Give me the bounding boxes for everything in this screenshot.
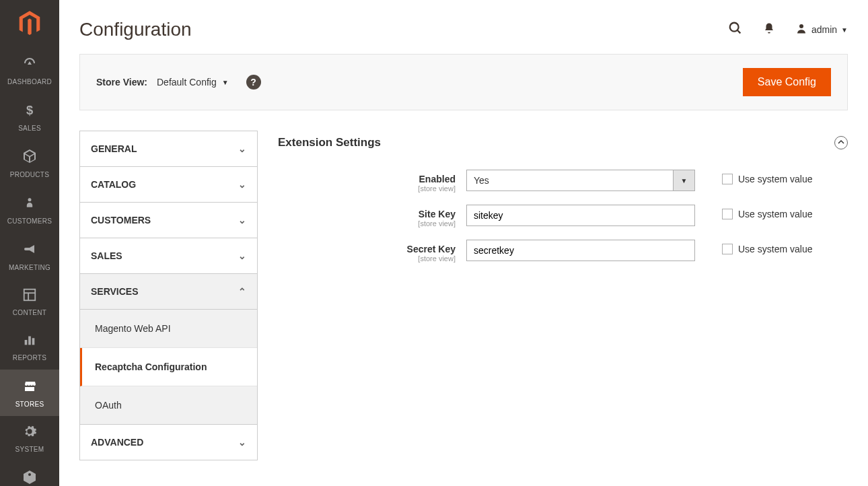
chevron-down-icon: ▼ [674, 170, 695, 191]
nav-customers[interactable]: CUSTOMERS [0, 186, 59, 233]
use-system-checkbox-secret-key[interactable] [722, 244, 733, 254]
help-icon[interactable]: ? [246, 75, 261, 90]
chevron-down-icon: ▼ [841, 26, 848, 34]
svg-rect-6 [28, 337, 31, 345]
config-item-web-api[interactable]: Magento Web API [80, 310, 257, 348]
chart-icon [22, 333, 37, 351]
svg-point-1 [28, 198, 32, 201]
chevron-down-icon: ▼ [222, 79, 229, 86]
field-label: Secret Key [278, 244, 456, 254]
svg-rect-5 [25, 340, 28, 345]
chevron-down-icon: ⌄ [238, 437, 246, 448]
field-label: Enabled [278, 174, 456, 184]
secret-key-input[interactable] [466, 240, 695, 261]
section-header-extension-settings[interactable]: Extension Settings [278, 131, 848, 170]
nav-dashboard[interactable]: DASHBOARD [0, 47, 59, 94]
gear-icon [22, 424, 37, 443]
page-toolbar: Store View: Default Config ▼ ? Save Conf… [79, 54, 848, 110]
config-tab-services[interactable]: SERVICES ⌃ [80, 274, 257, 310]
site-key-input[interactable] [466, 205, 695, 226]
nav-partners[interactable]: FIND PARTNERS & EXTENSIONS [0, 461, 59, 486]
config-navigation: GENERAL ⌄ CATALOG ⌄ CUSTOMERS ⌄ SALES ⌄ … [79, 131, 258, 460]
config-item-oauth[interactable]: OAuth [80, 386, 257, 425]
puzzle-icon [22, 469, 38, 486]
layout-icon [22, 287, 37, 306]
person-icon [23, 195, 36, 215]
main-content: Configuration admin ▼ Store View: Defaul… [59, 0, 868, 486]
svg-text:$: $ [26, 103, 33, 117]
field-row-secret-key: Secret Key [store view] Use system value [278, 240, 848, 263]
chevron-down-icon: ⌄ [238, 179, 246, 190]
use-system-label[interactable]: Use system value [738, 244, 812, 254]
user-icon [795, 22, 807, 38]
magento-logo[interactable] [0, 0, 59, 47]
notification-bell-icon[interactable] [763, 22, 775, 38]
svg-rect-7 [32, 338, 35, 345]
field-scope: [store view] [278, 254, 456, 263]
store-view-label: Store View: [96, 77, 147, 88]
megaphone-icon [22, 241, 38, 261]
nav-content[interactable]: CONTENT [0, 279, 59, 324]
enabled-select[interactable]: Yes ▼ [466, 170, 695, 191]
admin-account-menu[interactable]: admin ▼ [795, 22, 848, 38]
save-config-button[interactable]: Save Config [743, 68, 831, 96]
admin-username: admin [811, 24, 837, 35]
use-system-label[interactable]: Use system value [738, 174, 812, 184]
nav-system[interactable]: SYSTEM [0, 416, 59, 461]
chevron-up-icon: ⌃ [238, 286, 246, 297]
svg-point-10 [799, 24, 803, 28]
nav-products[interactable]: PRODUCTS [0, 140, 59, 186]
settings-panel: Extension Settings Enabled [store view] … [278, 131, 848, 275]
nav-marketing[interactable]: MARKETING [0, 233, 59, 279]
admin-sidebar: DASHBOARD $ SALES PRODUCTS CUSTOMERS MAR… [0, 0, 59, 486]
field-row-site-key: Site Key [store view] Use system value [278, 205, 848, 228]
config-tab-advanced[interactable]: ADVANCED ⌄ [80, 425, 257, 460]
svg-point-8 [730, 22, 739, 31]
chevron-down-icon: ⌄ [238, 143, 246, 154]
config-tab-catalog[interactable]: CATALOG ⌄ [80, 167, 257, 203]
config-tab-sales[interactable]: SALES ⌄ [80, 238, 257, 274]
nav-stores[interactable]: STORES [0, 370, 59, 416]
dollar-icon: $ [23, 102, 36, 122]
svg-rect-2 [24, 289, 36, 301]
box-icon [22, 148, 38, 168]
nav-sales[interactable]: $ SALES [0, 94, 59, 140]
field-label: Site Key [278, 209, 456, 219]
chevron-down-icon: ⌄ [238, 250, 246, 261]
config-tab-customers[interactable]: CUSTOMERS ⌄ [80, 203, 257, 238]
store-icon [22, 378, 38, 398]
field-scope: [store view] [278, 184, 456, 193]
use-system-label[interactable]: Use system value [738, 209, 812, 219]
collapse-icon [834, 136, 848, 149]
use-system-checkbox-site-key[interactable] [722, 209, 733, 219]
chevron-down-icon: ⌄ [238, 215, 246, 225]
config-tab-general[interactable]: GENERAL ⌄ [80, 131, 257, 167]
config-item-recaptcha[interactable]: Recaptcha Configuration [80, 348, 257, 386]
gauge-icon [22, 55, 38, 75]
page-title: Configuration [79, 19, 192, 40]
use-system-checkbox-enabled[interactable] [722, 174, 733, 184]
field-row-enabled: Enabled [store view] Yes ▼ Use system va… [278, 170, 848, 193]
field-scope: [store view] [278, 219, 456, 228]
search-icon[interactable] [728, 21, 743, 39]
nav-reports[interactable]: REPORTS [0, 324, 59, 370]
svg-line-9 [737, 30, 741, 33]
store-view-selector[interactable]: Default Config ▼ [157, 77, 229, 88]
